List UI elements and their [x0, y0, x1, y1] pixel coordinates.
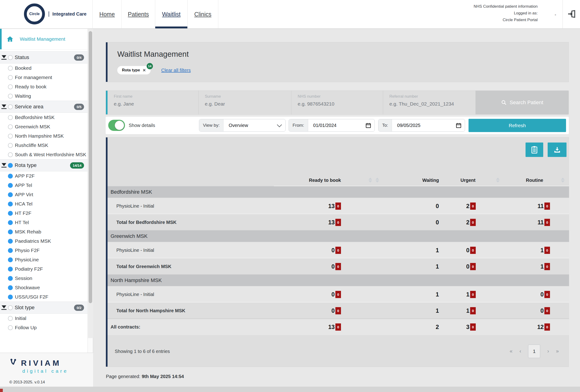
download-button[interactable]	[548, 143, 567, 157]
clear-all-filters-link[interactable]: Clear all filters	[161, 68, 191, 73]
filter-item-follow-up[interactable]: Follow Up	[0, 323, 88, 332]
item-radio-dot[interactable]	[8, 229, 13, 234]
filter-section-rota-type[interactable]: Rota type14/14	[0, 159, 88, 171]
filter-item-uss-usgi-f2f[interactable]: USS/USGI F2F	[0, 292, 88, 301]
filter-item-app-f2f[interactable]: APP F2F	[0, 171, 88, 181]
section-radio-dot[interactable]	[8, 55, 13, 60]
filter-item-msk-rehab[interactable]: MSK Rehab	[0, 227, 88, 236]
item-radio-dot[interactable]	[8, 211, 13, 216]
item-radio-dot[interactable]	[8, 94, 13, 98]
sort-icon[interactable]	[561, 178, 565, 183]
filter-item-booked[interactable]: Booked	[0, 64, 88, 73]
item-radio-dot[interactable]	[8, 276, 13, 281]
previous-page-button[interactable]: ‹	[520, 348, 521, 354]
section-radio-dot[interactable]	[8, 104, 13, 109]
copy-to-clipboard-button[interactable]	[526, 143, 543, 157]
item-radio-dot[interactable]	[8, 220, 13, 225]
item-radio-dot[interactable]	[8, 152, 13, 157]
urgent-column-header[interactable]: Urgent	[440, 178, 478, 186]
show-details-toggle[interactable]	[108, 120, 125, 131]
section-radio-dot[interactable]	[8, 305, 13, 310]
item-radio-dot[interactable]	[8, 316, 13, 321]
view-by-select[interactable]: View by: Overview	[199, 119, 286, 132]
filter-item-greenwich-msk[interactable]: Greenwich MSK	[0, 122, 88, 131]
filter-item-north-hampshire-msk[interactable]: North Hampshire MSK	[0, 131, 88, 141]
item-radio-dot[interactable]	[8, 124, 13, 129]
filter-section-service-area[interactable]: Service area0/5	[0, 101, 88, 113]
item-radio-dot[interactable]	[8, 75, 13, 80]
calendar-icon[interactable]	[455, 122, 462, 129]
filter-item-rushcliffe-msk[interactable]: Rushcliffe MSK	[0, 141, 88, 150]
filter-item-bedfordshire-msk[interactable]: Bedfordshire MSK	[0, 113, 88, 122]
collapse-caret-icon[interactable]	[1, 305, 6, 310]
nhs-number-field[interactable]: NHS number e.g. 9876543210	[291, 91, 383, 114]
referral-number-field[interactable]: Referral number e.g. Thu_Dec_02_2021_123…	[383, 91, 476, 114]
item-radio-dot[interactable]	[8, 134, 13, 139]
sort-icon[interactable]	[368, 178, 372, 183]
item-radio-dot[interactable]	[8, 248, 13, 253]
item-radio-dot[interactable]	[8, 201, 13, 206]
first-name-field[interactable]: First name e.g. Jane	[108, 91, 198, 114]
item-radio-dot[interactable]	[8, 115, 13, 120]
filter-item-app-tel[interactable]: APP Tel	[0, 181, 88, 190]
routine-column-header[interactable]: Routine	[505, 178, 552, 186]
item-radio-dot[interactable]	[8, 325, 13, 330]
filter-item-ht-tel[interactable]: HT Tel	[0, 218, 88, 227]
item-radio-dot[interactable]	[8, 192, 13, 197]
current-page-button[interactable]: 1	[528, 345, 540, 358]
section-radio-dot[interactable]	[8, 163, 13, 168]
surname-field[interactable]: Surname e.g. Dear	[198, 91, 291, 114]
rota-type-filter-chip[interactable]: Rota type ✕ 14	[117, 66, 150, 74]
item-radio-dot[interactable]	[8, 285, 13, 290]
filter-section-status[interactable]: Status0/4	[0, 51, 88, 64]
filter-section-slot-type[interactable]: Slot type0/2	[0, 301, 88, 314]
filter-item-podiatry-f2f[interactable]: Podiatry F2F	[0, 264, 88, 274]
ready-to-book-column-header[interactable]: Ready to book	[274, 178, 342, 186]
filter-item-paediatrics-msk[interactable]: Paediatrics MSK	[0, 236, 88, 246]
filter-item-waiting[interactable]: Waiting	[0, 91, 88, 101]
refresh-button[interactable]: Refresh	[468, 119, 566, 132]
sort-icon[interactable]	[375, 178, 379, 183]
tab-patients[interactable]: Patients	[122, 0, 155, 28]
item-radio-dot[interactable]	[8, 143, 13, 148]
logout-icon[interactable]	[567, 9, 576, 19]
collapse-caret-icon[interactable]	[1, 163, 6, 168]
filter-item-session[interactable]: Session	[0, 274, 88, 283]
item-radio-dot[interactable]	[8, 239, 13, 244]
from-date-input[interactable]: From: 01/01/2024	[289, 119, 375, 132]
filter-item-physioline[interactable]: PhysioLine	[0, 255, 88, 264]
collapse-caret-icon[interactable]	[1, 55, 6, 60]
last-page-button[interactable]: »	[556, 348, 559, 354]
to-date-input[interactable]: To: 09/05/2025	[378, 119, 465, 132]
waiting-column-header[interactable]: Waiting	[397, 178, 440, 186]
calendar-icon[interactable]	[365, 122, 371, 129]
item-radio-dot[interactable]	[8, 267, 13, 272]
tab-home[interactable]: Home	[92, 0, 122, 28]
sidebar-item-waitlist-management[interactable]: Waitlist Management	[0, 29, 88, 50]
tab-clinics[interactable]: Clinics	[187, 0, 218, 28]
sort-icon[interactable]	[496, 178, 500, 183]
next-page-button[interactable]: ›	[547, 348, 549, 354]
filter-item-ready-to-book[interactable]: Ready to book	[0, 82, 88, 91]
item-radio-dot[interactable]	[8, 84, 13, 89]
collapse-caret-icon[interactable]	[1, 105, 6, 109]
filter-item-ht-f2f[interactable]: HT F2F	[0, 208, 88, 218]
sidebar-scrollbar-thumb[interactable]	[89, 31, 92, 303]
item-radio-dot[interactable]	[8, 257, 13, 262]
filter-item-initial[interactable]: Initial	[0, 314, 88, 323]
tab-waitlist[interactable]: Waitlist	[155, 0, 187, 28]
item-radio-dot[interactable]	[8, 183, 13, 188]
sidebar-scrollbar-track[interactable]	[88, 29, 93, 338]
filter-item-for-management[interactable]: For management	[0, 73, 88, 82]
search-patient-button[interactable]: Search Patient	[476, 91, 569, 114]
filter-item-shockwave[interactable]: Shockwave	[0, 283, 88, 292]
filter-item-app-virt[interactable]: APP Virt	[0, 190, 88, 199]
item-radio-dot[interactable]	[8, 174, 13, 179]
item-radio-dot[interactable]	[8, 294, 13, 299]
first-page-button[interactable]: «	[510, 348, 513, 354]
filter-item-hca-tel[interactable]: HCA Tel	[0, 199, 88, 208]
remove-filter-icon[interactable]: ✕	[143, 68, 146, 73]
filter-item-physio-f2f[interactable]: Physio F2F	[0, 246, 88, 255]
item-radio-dot[interactable]	[8, 66, 13, 71]
filter-item-south-west-hertfordshire-msk[interactable]: South & West Hertfordshire MSK	[0, 150, 88, 159]
